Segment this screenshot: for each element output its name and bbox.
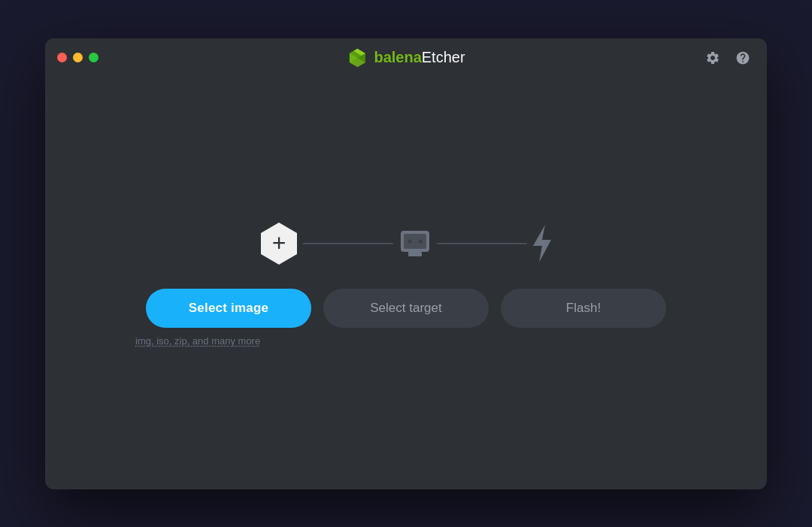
close-button[interactable] <box>57 53 67 62</box>
flash-button[interactable]: Flash! <box>501 289 666 328</box>
window-controls <box>57 53 98 62</box>
help-icon <box>735 50 750 65</box>
hex-plus-icon: + <box>255 220 303 268</box>
drive-svg-icon <box>393 222 437 265</box>
select-target-button[interactable]: Select target <box>323 289 489 328</box>
workflow-row: + <box>135 220 677 268</box>
step2-icon <box>393 222 437 265</box>
select-image-button[interactable]: Select image <box>146 289 311 328</box>
connector-2 <box>437 243 527 244</box>
flash-icon <box>527 222 557 265</box>
svg-rect-9 <box>404 234 426 249</box>
main-content: + <box>45 77 767 489</box>
maximize-button[interactable] <box>89 53 98 62</box>
supported-formats-text: img, iso, zip, and many more <box>135 335 301 347</box>
formats-wrapper: img, iso, zip, and many more <box>135 328 677 347</box>
app-title: balenaEtcher <box>374 49 465 66</box>
titlebar: balenaEtcher <box>45 38 767 77</box>
app-window: balenaEtcher <box>45 38 767 489</box>
settings-icon <box>705 50 720 65</box>
titlebar-actions <box>701 46 755 70</box>
settings-button[interactable] <box>701 46 725 70</box>
svg-marker-13 <box>533 225 551 262</box>
balena-logo-icon <box>347 47 368 68</box>
step1-icon: + <box>255 220 303 268</box>
svg-rect-10 <box>408 252 422 256</box>
svg-text:+: + <box>272 229 286 256</box>
svg-point-12 <box>419 240 423 244</box>
buttons-row: Select image Select target Flash! <box>135 289 677 328</box>
app-logo: balenaEtcher <box>347 47 465 68</box>
step3-icon <box>527 222 557 265</box>
minimize-button[interactable] <box>73 53 83 62</box>
svg-point-11 <box>408 240 412 244</box>
connector-1 <box>303 243 393 244</box>
help-button[interactable] <box>731 46 755 70</box>
